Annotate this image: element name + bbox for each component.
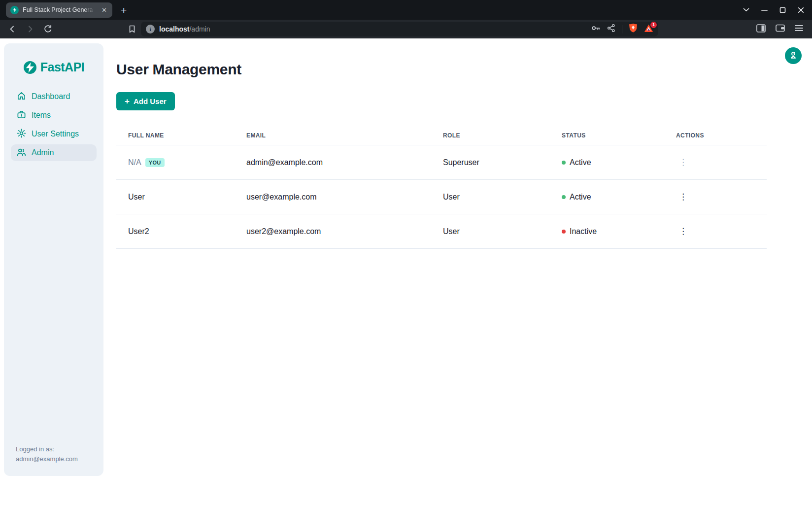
cell-full-name: N/AYOU <box>116 145 235 180</box>
user-menu-button[interactable] <box>785 47 802 64</box>
titlebar: Full Stack Project Genera ✕ + <box>0 0 812 20</box>
reload-icon[interactable] <box>41 23 54 35</box>
cell-status: Inactive <box>550 214 664 249</box>
browser-toolbar: i localhost/admin <box>0 20 812 38</box>
fastapi-bolt-icon <box>10 6 19 14</box>
wallet-icon[interactable] <box>776 24 785 34</box>
users-icon <box>17 147 26 159</box>
url-text: localhost/admin <box>159 25 210 33</box>
status-label: Active <box>570 193 591 202</box>
add-user-button[interactable]: + Add User <box>116 92 175 110</box>
main-panel: User Management + Add User FULL NAME EMA… <box>103 38 812 505</box>
cell-actions: ⋮ <box>664 180 767 214</box>
maximize-icon[interactable] <box>779 7 786 13</box>
cell-actions: ⋮ <box>664 145 767 180</box>
sidebar-item-label: Dashboard <box>32 92 70 101</box>
back-icon[interactable] <box>6 23 19 35</box>
sidebar-item-user-settings[interactable]: User Settings <box>11 126 97 142</box>
sidebar: FastAPI Dashboard Items <box>4 43 103 476</box>
cell-email: admin@example.com <box>235 145 431 180</box>
plus-icon: + <box>125 97 130 105</box>
you-badge: YOU <box>145 158 165 167</box>
minimize-icon[interactable] <box>761 7 768 13</box>
status-badge: Active <box>562 193 652 202</box>
table-row: User2 user2@example.com User Inactive ⋮ <box>116 214 767 249</box>
table-row: User user@example.com User Active ⋮ <box>116 180 767 214</box>
sidebar-item-dashboard[interactable]: Dashboard <box>11 88 97 105</box>
logged-in-label: Logged in as: <box>16 444 78 454</box>
share-icon[interactable] <box>607 24 615 34</box>
status-label: Inactive <box>570 227 597 236</box>
col-header-full-name: FULL NAME <box>116 125 235 145</box>
browser-window: Full Stack Project Genera ✕ + <box>0 0 812 505</box>
status-badge: Active <box>562 158 652 167</box>
users-table: FULL NAME EMAIL ROLE STATUS ACTIONS N/AY… <box>116 125 767 249</box>
page-title: User Management <box>116 61 812 78</box>
status-dot <box>562 195 566 199</box>
add-user-label: Add User <box>134 97 167 105</box>
cell-full-name: User2 <box>116 214 235 249</box>
cell-role: Superuser <box>431 145 550 180</box>
row-actions-menu-button: ⋮ <box>676 157 690 168</box>
tab-title: Full Stack Project Genera <box>23 6 97 13</box>
tab-close-icon[interactable]: ✕ <box>101 6 108 14</box>
status-dot <box>562 161 566 165</box>
cell-role: User <box>431 180 550 214</box>
table-header-row: FULL NAME EMAIL ROLE STATUS ACTIONS <box>116 125 767 145</box>
brave-rewards-icon[interactable]: 1 <box>644 24 653 34</box>
col-header-role: ROLE <box>431 125 550 145</box>
page-content: FastAPI Dashboard Items <box>0 38 812 505</box>
fastapi-bolt-icon <box>23 61 37 74</box>
url-path: /admin <box>189 25 210 33</box>
forward-icon[interactable] <box>24 23 36 35</box>
sidebar-nav: Dashboard Items <box>4 88 103 161</box>
briefcase-icon <box>17 110 26 121</box>
bookmark-icon[interactable] <box>128 25 136 34</box>
status-dot <box>562 230 566 234</box>
cell-status: Active <box>550 180 664 214</box>
logged-in-as: Logged in as: admin@example.com <box>16 444 78 464</box>
toolbar-divider <box>622 25 622 34</box>
col-header-actions: ACTIONS <box>664 125 767 145</box>
cell-status: Active <box>550 145 664 180</box>
sidebar-item-label: Admin <box>32 148 54 157</box>
full-name-value: N/A <box>128 158 141 167</box>
cell-role: User <box>431 214 550 249</box>
sidebar-item-admin[interactable]: Admin <box>11 144 97 161</box>
url-bar[interactable]: i localhost/admin <box>141 22 658 36</box>
close-icon[interactable] <box>798 7 804 13</box>
key-icon[interactable] <box>591 24 601 34</box>
home-icon <box>17 91 26 102</box>
table-row: N/AYOU admin@example.com Superuser Activ… <box>116 145 767 180</box>
rewards-badge: 1 <box>650 22 657 28</box>
tab-search-chevron-icon[interactable] <box>743 8 749 12</box>
menu-icon[interactable] <box>795 25 803 34</box>
logo-text: FastAPI <box>40 60 85 74</box>
sidebar-toggle-icon[interactable] <box>756 24 766 34</box>
logged-in-email: admin@example.com <box>16 454 78 464</box>
sidebar-item-label: User Settings <box>32 130 79 138</box>
cell-actions: ⋮ <box>664 214 767 249</box>
status-label: Active <box>570 158 591 167</box>
user-avatar-icon <box>789 51 798 61</box>
cell-email: user2@example.com <box>235 214 431 249</box>
col-header-status: STATUS <box>550 125 664 145</box>
browser-tab[interactable]: Full Stack Project Genera ✕ <box>6 2 112 18</box>
row-actions-menu-button[interactable]: ⋮ <box>676 192 690 202</box>
row-actions-menu-button[interactable]: ⋮ <box>676 226 690 236</box>
brave-shield-icon[interactable] <box>629 23 638 35</box>
url-host: localhost <box>159 25 189 33</box>
sidebar-item-label: Items <box>32 111 51 120</box>
new-tab-button[interactable]: + <box>121 5 127 15</box>
site-info-icon[interactable]: i <box>146 25 155 34</box>
col-header-email: EMAIL <box>235 125 431 145</box>
cell-full-name: User <box>116 180 235 214</box>
fastapi-logo: FastAPI <box>4 60 103 74</box>
gear-icon <box>17 129 26 140</box>
cell-email: user@example.com <box>235 180 431 214</box>
sidebar-item-items[interactable]: Items <box>11 107 97 124</box>
status-badge: Inactive <box>562 227 652 236</box>
